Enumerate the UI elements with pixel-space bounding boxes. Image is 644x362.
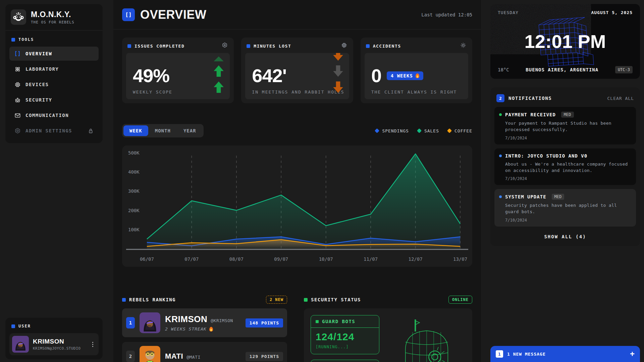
left-sidebar: M.O.N.K.Y. THE OS FOR REBELS TOOLS OVERV…	[0, 0, 103, 362]
guard-bots-panel: GUARD BOTS 124/124 [RUNNING...]	[311, 315, 379, 354]
current-time: 12:01 PM	[525, 31, 606, 52]
issues-caption: WEEKLY SCOPE	[133, 89, 172, 95]
spendings-sales-coffee-chart[interactable]: 100K200K300K400K500K06/0707/0708/0709/07…	[122, 145, 472, 267]
rebel-name: KRIMSON	[165, 314, 207, 324]
new-message-bar[interactable]: 1 1 NEW MESSAGE +	[490, 346, 640, 362]
section-marker-icon	[122, 298, 126, 302]
sidebar-item-admin-settings[interactable]: ADMIN SETTINGS	[9, 124, 99, 138]
notification-payment-received[interactable]: PAYMENT RECEIVED MED Your payment to Ram…	[494, 107, 636, 144]
sidebar-item-security[interactable]: SECURITY	[9, 93, 99, 107]
user-row[interactable]: KRIMSON KRIMSON@JOYCO.STUDIO	[9, 333, 99, 355]
svg-text:06/07: 06/07	[140, 256, 154, 262]
blue-status-dot	[499, 195, 502, 198]
main-content: [] OVERVIEW Last updated 12:05 ISSUES CO…	[113, 0, 481, 362]
tools-section-label: TOOLS	[9, 35, 99, 47]
svg-text:12/07: 12/07	[409, 256, 423, 262]
online-status-badge: ONLINE	[448, 296, 472, 304]
svg-text:08/07: 08/07	[229, 256, 244, 262]
notifications-count-badge: 2	[496, 94, 504, 102]
firewall-panel: FIREWALL	[311, 360, 379, 362]
hexagon-settings-icon[interactable]	[222, 42, 228, 50]
svg-text:07/07: 07/07	[184, 256, 199, 262]
stat-cards: ISSUES COMPLETED 49% WEEKLY SCOPE	[122, 38, 472, 103]
section-marker-icon	[11, 324, 15, 328]
section-marker-icon	[127, 44, 131, 48]
user-section-label: USER	[9, 322, 99, 333]
accident-free-badge: 4 WEEKS	[387, 71, 423, 80]
notification-date: 7/10/2024	[505, 218, 631, 223]
envelope-icon	[14, 112, 21, 119]
tab-week[interactable]: WEEK	[123, 125, 148, 136]
svg-text:400K: 400K	[128, 169, 140, 175]
green-square-icon	[316, 320, 319, 323]
svg-text:10/07: 10/07	[319, 256, 333, 262]
trend-down-arrows-icon	[332, 53, 344, 99]
flame-icon	[209, 327, 213, 331]
tab-year[interactable]: YEAR	[177, 125, 202, 136]
notification-date: 7/10/2024	[505, 136, 631, 140]
chart-legend: SPENDINGS SALES COFFEE	[375, 128, 472, 133]
bottom-sections: REBELS RANKING 2 NEW 1 KRIMSON @KRIMSON	[122, 296, 472, 362]
monky-dashboard: M.O.N.K.Y. THE OS FOR REBELS TOOLS OVERV…	[0, 0, 644, 362]
accidents-value: 0 4 WEEKS	[371, 66, 423, 85]
notification-system-update[interactable]: SYSTEM UPDATE MED Security patches have …	[494, 189, 636, 227]
mati-avatar	[140, 346, 160, 362]
sidebar-item-devices[interactable]: DEVICES	[9, 77, 99, 92]
section-marker-icon	[247, 44, 250, 48]
svg-text:13/07: 13/07	[453, 256, 467, 262]
ranking-row-2[interactable]: 2 MATI @MATI 129 POINTS	[122, 342, 287, 362]
trend-up-arrows-icon	[212, 53, 225, 99]
stat-card-issues: ISSUES COMPLETED 49% WEEKLY SCOPE	[122, 38, 234, 103]
plus-icon[interactable]: +	[630, 350, 635, 358]
stat-body-issues: 49% WEEKLY SCOPE	[126, 53, 230, 99]
sidebar-item-laboratory[interactable]: LABORATORY	[9, 62, 99, 76]
gear-hexagon-icon	[14, 127, 21, 134]
user-avatar	[12, 336, 29, 353]
sidebar-nav: TOOLS OVERVIEW LABORATORY	[5, 31, 103, 141]
accidents-caption: THE CLIENT ALWAYS IS RIGHT	[371, 89, 457, 95]
page-title: OVERVIEW	[140, 8, 206, 22]
show-all-button[interactable]: SHOW ALL (4)	[494, 231, 636, 242]
chart-toolbar: WEEK MONTH YEAR SPENDINGS SALES COFFEE	[122, 124, 472, 137]
rebel-streak: 2 WEEKS STREAK	[165, 326, 207, 331]
rebel-handle: @MATI	[186, 355, 201, 360]
temperature-label: 18°C	[498, 67, 509, 72]
rank-number: 1	[126, 317, 135, 328]
legend-sales[interactable]: SALES	[418, 128, 439, 133]
clock-widget: TUESDAY AUGUST 5, 2025 12:01 PM 18°C	[490, 4, 640, 79]
message-count-badge: 1	[496, 350, 503, 358]
notifications-panel: 2 NOTIFICATIONS CLEAR ALL PAYMENT RECEIV…	[490, 87, 640, 246]
legend-coffee[interactable]: COFFEE	[448, 128, 472, 133]
sidebar-item-communication[interactable]: COMMUNICATION	[9, 108, 99, 122]
blue-diamond-icon	[375, 128, 379, 133]
krimson-avatar	[140, 312, 160, 333]
user-menu-kebab-icon[interactable]	[90, 339, 96, 350]
points-badge: 129 POINTS	[246, 352, 283, 361]
legend-spendings[interactable]: SPENDINGS	[375, 128, 409, 133]
chip-settings-icon[interactable]	[341, 42, 347, 50]
logo-text: M.O.N.K.Y. THE OS FOR REBELS	[31, 10, 74, 24]
svg-text:09/07: 09/07	[274, 256, 288, 262]
svg-text:200K: 200K	[128, 208, 140, 213]
rebel-name: MATI	[165, 352, 183, 361]
clear-all-button[interactable]: CLEAR ALL	[607, 96, 634, 101]
rebels-ranking-section: REBELS RANKING 2 NEW 1 KRIMSON @KRIMSON	[122, 296, 287, 362]
tab-month[interactable]: MONTH	[149, 125, 177, 136]
security-panel: GUARD BOTS 124/124 [RUNNING...] FIREWALL	[304, 308, 472, 362]
green-diamond-icon	[417, 128, 422, 133]
ranking-row-1-text: KRIMSON @KRIMSON 2 WEEKS STREAK	[165, 314, 233, 331]
sidebar-item-overview[interactable]: OVERVIEW	[9, 47, 99, 61]
chart-range-tabs: WEEK MONTH YEAR	[122, 124, 204, 137]
lock-icon	[87, 127, 94, 134]
sun-gear-icon[interactable]	[460, 42, 466, 50]
overview-brackets-icon: []	[122, 8, 135, 21]
guard-bot-wireframe	[387, 315, 466, 362]
minutes-caption: IN MEETINGS AND RABBIT HOLES	[252, 89, 344, 95]
notification-intro-joyco[interactable]: INTRO: JOYCO STUDIO AND V0 About us - We…	[494, 148, 636, 185]
svg-text:100K: 100K	[128, 227, 140, 232]
ranking-row-2-text: MATI @MATI	[165, 352, 201, 361]
ranking-row-1[interactable]: 1 KRIMSON @KRIMSON 2 WEEKS STREAK	[122, 308, 287, 337]
monkey-logo-icon	[11, 9, 26, 25]
green-status-dot	[499, 113, 502, 116]
priority-badge: MED	[552, 194, 565, 200]
